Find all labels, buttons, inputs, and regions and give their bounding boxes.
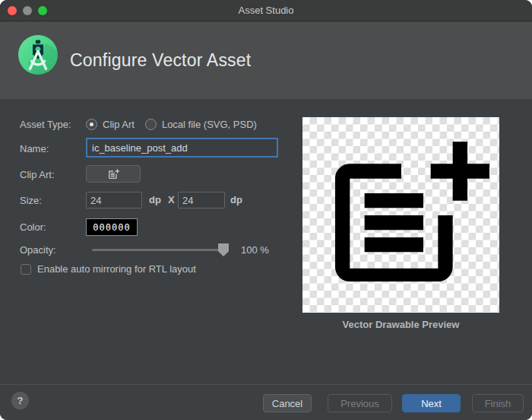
color-value: 000000 — [93, 222, 130, 233]
clip-art-label: Clip Art: — [20, 169, 55, 180]
traffic-lights — [8, 6, 47, 15]
size-height-input[interactable] — [178, 192, 225, 208]
titlebar: Asset Studio — [0, 0, 532, 21]
clip-art-picker-button[interactable] — [86, 165, 141, 183]
opacity-value: 100 % — [241, 244, 269, 256]
size-width-unit: dp — [149, 194, 161, 205]
preview-caption: Vector Drawable Preview — [302, 319, 499, 330]
android-studio-logo-icon — [18, 35, 58, 75]
color-label: Color: — [20, 221, 46, 233]
radio-clip-art[interactable]: Clip Art — [86, 119, 135, 130]
next-button[interactable]: Next — [402, 394, 461, 412]
cancel-button[interactable]: Cancel — [263, 394, 312, 412]
radio-clip-art-label: Clip Art — [103, 119, 135, 130]
opacity-label: Opacity: — [20, 244, 56, 256]
finish-button[interactable]: Finish — [472, 394, 524, 412]
zoom-button[interactable] — [38, 6, 47, 15]
post-add-icon — [107, 168, 119, 180]
name-input[interactable] — [86, 138, 278, 158]
vector-preview-canvas — [302, 117, 499, 313]
color-swatch-button[interactable]: 000000 — [86, 218, 138, 236]
window-title: Asset Studio — [239, 5, 294, 16]
close-button[interactable] — [8, 6, 17, 15]
radio-unselected-icon — [145, 119, 157, 130]
page-title: Configure Vector Asset — [70, 22, 251, 99]
name-label: Name: — [20, 143, 49, 154]
asset-type-radio-group: Clip Art Local file (SVG, PSD) — [86, 117, 257, 131]
previous-button[interactable]: Previous — [328, 394, 392, 412]
help-button[interactable]: ? — [11, 392, 29, 409]
footer-bar: ? Cancel Previous Next Finish — [0, 384, 532, 420]
radio-local-file-label: Local file (SVG, PSD) — [162, 119, 257, 130]
opacity-slider-track[interactable] — [92, 249, 224, 251]
size-width-input[interactable] — [86, 192, 142, 208]
rtl-checkbox-row: Enable auto mirroring for RTL layout — [21, 263, 196, 275]
cancel-button-label: Cancel — [272, 398, 302, 409]
post-add-preview-icon — [313, 127, 489, 304]
help-icon: ? — [17, 395, 24, 406]
size-height-unit: dp — [230, 194, 242, 205]
asset-studio-window: Asset Studio Configure Vector Asset Asse… — [0, 0, 532, 420]
rtl-checkbox-label[interactable]: Enable auto mirroring for RTL layout — [37, 263, 196, 275]
radio-local-file[interactable]: Local file (SVG, PSD) — [145, 119, 257, 130]
rtl-checkbox[interactable] — [21, 264, 31, 275]
size-label: Size: — [20, 195, 42, 206]
dialog-header: Configure Vector Asset — [0, 22, 532, 99]
next-button-label: Next — [421, 398, 442, 409]
opacity-slider-thumb[interactable] — [218, 243, 229, 256]
previous-button-label: Previous — [340, 398, 379, 409]
size-separator: X — [168, 194, 175, 205]
finish-button-label: Finish — [485, 398, 511, 409]
asset-type-label: Asset Type: — [20, 119, 71, 130]
minimize-button[interactable] — [23, 6, 32, 15]
radio-selected-icon — [86, 119, 97, 130]
